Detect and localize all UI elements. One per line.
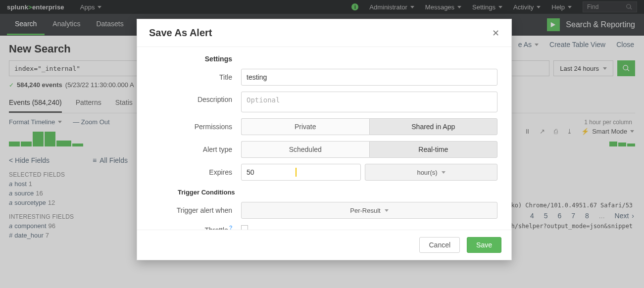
page-6[interactable]: 6 [557,212,561,220]
all-fields-label: All Fields [99,156,128,164]
apps-label: Apps [80,3,95,11]
help-label: Help [551,3,565,11]
label-alert-type: Alert type [151,145,232,153]
timeline-bar [618,143,626,146]
download-icon[interactable]: ⤓ [567,128,572,135]
help-icon[interactable]: ? [229,225,232,230]
chevron-down-icon [603,67,607,70]
brand-pre: splunk [7,3,28,11]
field-sourcetype[interactable]: asourcetype12 [9,199,128,206]
save-as-menu[interactable]: e As [518,41,539,48]
search-mode-menu[interactable]: ⚡ Smart Mode [581,128,634,135]
print-icon[interactable]: ⎙ [554,128,558,135]
nav-tab-analytics[interactable]: Analytics [45,14,88,35]
field-source[interactable]: asource16 [9,190,128,197]
hide-fields-link[interactable]: < Hide Fields [9,156,50,164]
format-timeline-menu[interactable]: Format Timeline [9,118,62,126]
results-pager: 4 5 6 7 8 ... Next › [530,212,634,220]
timeline-bar [627,144,635,146]
help-menu[interactable]: Help [551,3,572,11]
brand-logo: splunk>enterprise [7,3,64,11]
find-placeholder: Find [587,3,598,10]
create-table-view-link[interactable]: Create Table View [549,41,605,48]
tab-statistics-cut[interactable]: Statis [115,95,133,113]
event-count: 584,240 events [17,81,62,89]
cancel-button[interactable]: Cancel [419,237,460,253]
settings-label: Settings [472,3,495,11]
label-expires: Expires [151,168,232,176]
app-title: Search & Reporting [547,14,644,35]
page-5[interactable]: 5 [544,212,548,220]
alert-title-input[interactable] [241,69,497,86]
administrator-menu[interactable]: Administrator [369,3,414,11]
alert-type-scheduled[interactable]: Scheduled [241,141,369,158]
admin-label: Administrator [369,3,407,11]
chevron-down-icon [568,6,572,8]
time-range-picker[interactable]: Last 24 hours [553,60,613,76]
messages-menu[interactable]: Messages [425,3,461,11]
page-8[interactable]: 8 [585,212,589,220]
modal-header: Save As Alert ✕ [137,19,511,47]
timeline-bar [33,132,44,146]
nav-tab-datasets[interactable]: Datasets [88,14,131,35]
modal-close-button[interactable]: ✕ [492,28,499,39]
field-host[interactable]: ahost1 [9,180,128,188]
permissions-private[interactable]: Private [241,118,369,135]
apps-menu[interactable]: Apps [80,3,102,11]
pause-icon[interactable]: ⏸ [524,128,531,135]
permissions-toggle: Private Shared in App [241,118,497,135]
permissions-shared[interactable]: Shared in App [369,118,498,135]
check-icon: ✓ [9,82,14,89]
event-time-range: (5/23/22 11:30:00.000 A [65,81,134,89]
nav-tab-search[interactable]: Search [7,14,45,35]
chevron-down-icon [58,121,62,123]
chevron-down-icon [457,6,461,8]
list-icon: ≡ [93,156,97,164]
messages-label: Messages [425,3,454,11]
section-settings: Settings [151,55,232,63]
format-timeline-label: Format Timeline [9,118,55,126]
label-title: Title [151,73,232,81]
global-find-input[interactable]: Find [583,1,637,12]
global-topbar: splunk>enterprise Apps i Administrator M… [0,0,644,14]
time-range-label: Last 24 hours [560,65,599,72]
close-link[interactable]: Close [616,41,634,48]
run-search-button[interactable] [617,60,635,76]
settings-menu[interactable]: Settings [472,3,502,11]
alert-type-toggle: Scheduled Real-time [241,141,497,158]
tab-events[interactable]: Events (584,240) [9,95,62,113]
chevron-right-icon: › [632,212,634,220]
section-interesting-fields: INTERESTING FIELDS [9,213,128,220]
expires-unit-label: hour(s) [417,169,437,176]
chevron-down-icon [98,6,101,8]
timeline-bar [9,142,20,146]
save-button[interactable]: Save [467,237,501,253]
tab-patterns[interactable]: Patterns [76,95,101,113]
timeline-bar [72,144,83,146]
field-component[interactable]: acomponent96 [9,222,128,230]
alert-description-input[interactable] [241,92,497,112]
save-as-alert-modal: Save As Alert ✕ Settings Title Descripti… [137,19,512,260]
trigger-when-select[interactable]: Per-Result [241,202,497,219]
page-next[interactable]: Next › [615,212,634,220]
chevron-down-icon [630,130,634,133]
zoom-out-button[interactable]: — Zoom Out [73,118,109,126]
expires-unit-select[interactable]: hour(s) [365,164,497,181]
all-fields-link[interactable]: ≡ All Fields [93,156,128,164]
info-indicator[interactable]: i [351,3,358,10]
chevron-down-icon [410,6,414,8]
timeline-bar [56,141,71,146]
search-icon [622,64,630,72]
field-date-hour[interactable]: #date_hour7 [9,232,128,239]
page-7[interactable]: 7 [571,212,575,220]
page-4[interactable]: 4 [530,212,534,220]
label-throttle: Throttle? [151,225,232,230]
alert-type-realtime[interactable]: Real-time [369,141,498,158]
share-icon[interactable]: ↗ [540,128,545,135]
label-description: Description [151,92,232,103]
throttle-checkbox[interactable] [241,225,248,230]
activity-menu[interactable]: Activity [513,3,541,11]
timeline-bar [45,132,55,146]
label-trigger-when: Trigger alert when [151,206,232,214]
expires-value-input[interactable] [241,164,361,181]
